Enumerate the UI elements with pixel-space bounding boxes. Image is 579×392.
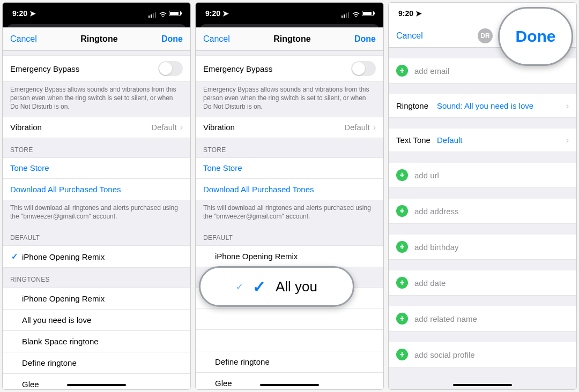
battery-icon bbox=[362, 11, 374, 16]
nav-title: Ringtone bbox=[273, 34, 310, 44]
ringtone-row[interactable]: Blank Space ringtone bbox=[3, 331, 190, 352]
plus-icon: + bbox=[396, 205, 408, 217]
chevron-right-icon: › bbox=[566, 135, 569, 145]
add-url-row[interactable]: +add url bbox=[389, 163, 576, 188]
tone-store-link[interactable]: Tone Store bbox=[3, 157, 190, 179]
callout-done-button: Done bbox=[498, 7, 573, 66]
status-time: 9:20 bbox=[12, 9, 27, 18]
chevron-right-icon: › bbox=[180, 123, 183, 132]
download-all-link[interactable]: Download All Purchased Tones bbox=[3, 179, 190, 200]
ringtone-row[interactable]: Define ringtone bbox=[196, 351, 383, 373]
add-address-row[interactable]: +add address bbox=[389, 199, 576, 224]
callout-text: All you bbox=[276, 278, 317, 295]
vibration-row[interactable]: Vibration Default › bbox=[196, 117, 383, 138]
ringtone-row[interactable] bbox=[196, 308, 383, 330]
cancel-button[interactable]: Cancel bbox=[10, 34, 37, 44]
emergency-bypass-note: Emergency Bypass allows sounds and vibra… bbox=[3, 82, 190, 117]
default-ringtone-label: iPhone Opening Remix bbox=[22, 252, 105, 261]
plus-icon: + bbox=[396, 169, 408, 181]
svg-rect-2 bbox=[153, 13, 154, 18]
done-callout-text: Done bbox=[516, 27, 556, 46]
signal-icon bbox=[342, 11, 350, 16]
ringtone-row[interactable]: Glee bbox=[196, 373, 383, 390]
vibration-label: Vibration bbox=[10, 123, 42, 132]
home-indicator bbox=[453, 384, 512, 386]
done-button[interactable]: Done bbox=[354, 34, 376, 44]
location-icon: ➤ bbox=[29, 9, 36, 18]
checkmark-icon: ✓ bbox=[253, 277, 266, 296]
checkmark-icon: ✓ bbox=[236, 282, 243, 292]
location-icon: ➤ bbox=[222, 9, 229, 18]
panel-3-contact-edit: 9:20 ➤ Cancel DR Done + add email Ringto… bbox=[388, 2, 577, 390]
default-ringtone-row[interactable]: iPhone Opening Remix bbox=[196, 245, 383, 267]
tone-store-link[interactable]: Tone Store bbox=[196, 157, 383, 179]
chevron-right-icon: › bbox=[566, 101, 569, 111]
nav-title: Ringtone bbox=[80, 34, 117, 44]
svg-point-4 bbox=[162, 16, 164, 18]
status-time: 9:20 bbox=[398, 9, 413, 18]
svg-rect-5 bbox=[342, 16, 343, 18]
svg-rect-6 bbox=[344, 14, 345, 18]
add-birthday-row[interactable]: +add birthday bbox=[389, 235, 576, 260]
svg-rect-0 bbox=[149, 16, 150, 18]
store-note: This will download all ringtones and ale… bbox=[3, 200, 190, 226]
add-date-row[interactable]: +add date bbox=[389, 270, 576, 296]
plus-icon: + bbox=[396, 313, 408, 325]
add-related-row[interactable]: +add related name bbox=[389, 306, 576, 331]
status-time: 9:20 bbox=[205, 9, 220, 18]
ringtone-row[interactable]: Define ringtone bbox=[3, 352, 190, 374]
add-social-row[interactable]: +add social profile bbox=[389, 342, 576, 367]
location-icon: ➤ bbox=[415, 9, 422, 18]
plus-icon: + bbox=[396, 349, 408, 360]
default-ringtone-row[interactable]: ✓ iPhone Opening Remix bbox=[3, 245, 190, 268]
battery-icon bbox=[169, 11, 181, 16]
wifi-icon bbox=[159, 11, 167, 16]
default-header: DEFAULT bbox=[3, 226, 190, 245]
signal-icon bbox=[149, 11, 157, 16]
ringtone-row[interactable] bbox=[196, 330, 383, 351]
svg-rect-1 bbox=[151, 14, 152, 18]
checkmark-icon: ✓ bbox=[7, 252, 22, 261]
svg-point-9 bbox=[355, 16, 357, 18]
ringtone-row[interactable]: All you need is love bbox=[3, 310, 190, 331]
emergency-bypass-toggle[interactable] bbox=[158, 61, 183, 76]
emergency-bypass-row[interactable]: Emergency Bypass bbox=[3, 55, 190, 82]
ringtones-header: RINGTONES bbox=[3, 268, 190, 287]
home-indicator bbox=[260, 384, 319, 386]
download-all-link[interactable]: Download All Purchased Tones bbox=[196, 179, 383, 200]
plus-icon: + bbox=[396, 277, 408, 289]
nav-bar: Cancel Ringtone Done bbox=[196, 27, 383, 51]
ringtone-row[interactable]: iPhone Opening Remix bbox=[3, 288, 190, 310]
plus-icon: + bbox=[396, 65, 408, 77]
status-bar: 9:20 ➤ bbox=[196, 3, 383, 24]
avatar[interactable]: DR bbox=[478, 28, 493, 43]
panel-2-ringtone-selected: 9:20 ➤ Cancel Ringtone Done Emergency By… bbox=[195, 2, 384, 390]
callout-selected-ringtone: ✓ ✓ All you bbox=[199, 266, 354, 307]
svg-rect-3 bbox=[155, 12, 156, 18]
wifi-icon bbox=[352, 11, 360, 16]
cancel-button[interactable]: Cancel bbox=[203, 34, 230, 44]
emergency-bypass-toggle[interactable] bbox=[351, 61, 376, 76]
status-bar: 9:20 ➤ bbox=[3, 3, 190, 24]
panel-1-ringtone-unselected: 9:20 ➤ Cancel Ringtone Done Emergency By… bbox=[2, 2, 191, 390]
home-indicator bbox=[67, 384, 126, 386]
store-header: STORE bbox=[3, 138, 190, 157]
texttone-row[interactable]: Text Tone Default › bbox=[389, 129, 576, 152]
svg-rect-7 bbox=[346, 13, 347, 18]
ringtone-row[interactable]: Glee bbox=[3, 374, 190, 390]
nav-bar: Cancel Ringtone Done bbox=[3, 27, 190, 51]
ringtone-row[interactable]: Ringtone Sound: All you need is love › bbox=[389, 94, 576, 118]
vibration-value: Default bbox=[151, 123, 177, 132]
chevron-right-icon: › bbox=[373, 123, 376, 132]
plus-icon: + bbox=[396, 241, 408, 253]
cancel-button[interactable]: Cancel bbox=[396, 31, 423, 41]
emergency-bypass-label: Emergency Bypass bbox=[10, 64, 79, 73]
vibration-row[interactable]: Vibration Default › bbox=[3, 117, 190, 138]
svg-rect-8 bbox=[348, 12, 349, 18]
emergency-bypass-row[interactable]: Emergency Bypass bbox=[196, 55, 383, 82]
done-button[interactable]: Done bbox=[161, 34, 183, 44]
